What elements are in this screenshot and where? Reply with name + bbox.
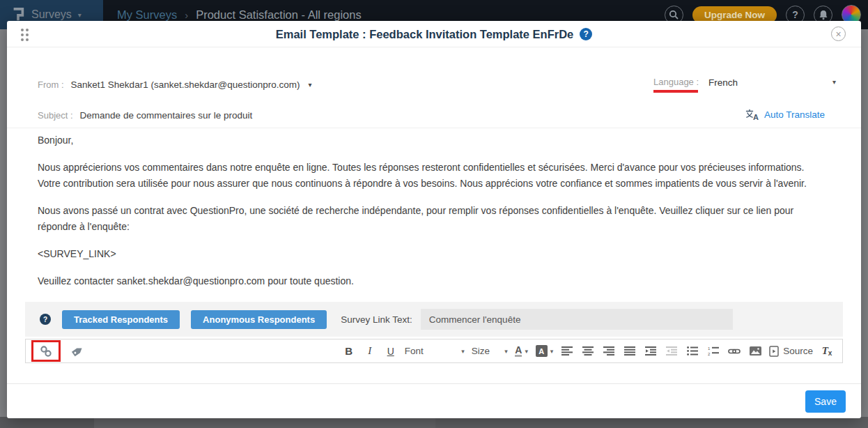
justify-icon	[624, 346, 635, 356]
close-dialog-button[interactable]: ×	[831, 26, 846, 41]
question-mark-icon: ?	[792, 9, 798, 20]
remove-format-t: T	[822, 345, 828, 357]
auto-translate-label: Auto Translate	[764, 109, 825, 120]
dialog-help-icon[interactable]: ?	[580, 28, 592, 40]
formatting-tools: B I U Font ▾ Size ▾ A ▾ A ▾	[342, 342, 834, 360]
link-rings-icon	[38, 344, 54, 358]
align-center-button[interactable]	[581, 342, 595, 360]
from-selector[interactable]: From : Sanket1 Shekdar1 (sanket.shekdar@…	[38, 79, 311, 90]
subject-label: Subject :	[38, 110, 73, 121]
caret-down-icon: ▾	[504, 348, 508, 355]
align-left-icon	[561, 346, 573, 356]
text-color-button[interactable]: A ▾	[515, 342, 529, 360]
remove-format-button[interactable]: Tx	[820, 342, 834, 360]
caret-down-icon: ▾	[550, 348, 554, 355]
drag-handle-icon[interactable]	[21, 29, 29, 41]
image-icon	[750, 346, 761, 356]
source-button-label: Source	[783, 346, 813, 356]
email-body-paragraph: Veuillez contacter sanket.shekdar@questi…	[38, 273, 829, 289]
save-button[interactable]: Save	[805, 390, 846, 413]
language-value: French	[708, 77, 738, 88]
bulleted-list-icon	[687, 346, 698, 356]
anonymous-respondents-button[interactable]: Anonymous Respondents	[191, 310, 327, 329]
size-dropdown-label: Size	[472, 346, 490, 356]
translate-icon: A	[745, 109, 759, 121]
caret-down-icon: ▾	[78, 11, 82, 19]
app-menu-label: Surveys	[31, 8, 72, 21]
font-dropdown-label: Font	[405, 346, 424, 356]
email-template-dialog: Email Template : Feedback Invitation Tem…	[7, 21, 861, 418]
close-icon: ×	[835, 29, 841, 39]
from-value: Sanket1 Shekdar1 (sanket.shekdar@questio…	[71, 79, 300, 90]
respondents-help-icon[interactable]: ?	[40, 314, 51, 325]
email-body-paragraph: Nous avons passé un contrat avec Questio…	[38, 203, 829, 234]
remove-format-x: x	[828, 349, 832, 357]
subject-value: Demande de commentaires sur le produit	[80, 110, 253, 121]
font-dropdown[interactable]: Font ▾	[405, 346, 465, 356]
italic-button[interactable]: I	[363, 342, 377, 360]
numbered-list-icon: 1 2	[708, 346, 719, 356]
survey-link-options-band: ? Tracked Respondents Anonymous Responde…	[25, 302, 843, 337]
numbered-list-button[interactable]: 1 2	[706, 342, 720, 360]
bold-button[interactable]: B	[342, 342, 356, 360]
source-button[interactable]: Source	[769, 342, 813, 360]
from-label: From :	[38, 79, 64, 90]
insert-image-button[interactable]	[748, 342, 762, 360]
email-body-paragraph: <SURVEY_LINK>	[38, 246, 829, 261]
breadcrumb-current-survey: Product Satisfaction - All regions	[196, 8, 362, 22]
email-body-paragraph: Bonjour,	[38, 132, 829, 148]
bulleted-list-button[interactable]	[685, 342, 699, 360]
outdent-icon	[666, 346, 677, 356]
background-color-button[interactable]: A ▾	[536, 342, 554, 360]
source-document-icon	[769, 346, 779, 357]
email-body-paragraph: Nous apprécierions vos commentaires dans…	[38, 160, 829, 191]
chain-link-icon	[728, 347, 741, 356]
questionpro-logo-icon	[11, 7, 25, 22]
insert-survey-link-button[interactable]	[38, 342, 54, 360]
dialog-title: Email Template : Feedback Invitation Tem…	[276, 28, 574, 41]
caret-down-icon: ▾	[308, 81, 311, 89]
divider	[7, 128, 861, 128]
align-right-button[interactable]	[602, 342, 616, 360]
caret-down-icon: ▾	[525, 348, 528, 355]
survey-link-text-label: Survey Link Text:	[341, 314, 412, 325]
subject-row[interactable]: Subject : Demande de commentaires sur le…	[38, 110, 252, 121]
caret-down-icon: ▾	[461, 348, 465, 355]
breadcrumb-my-surveys[interactable]: My Surveys	[117, 8, 177, 22]
highlight-annotation-box	[31, 340, 61, 362]
language-active-underline	[653, 90, 698, 93]
breadcrumb-separator: ›	[185, 9, 188, 21]
background-color-letter: A	[536, 345, 548, 357]
caret-down-icon: ▾	[832, 77, 836, 86]
align-center-icon	[582, 346, 594, 356]
dialog-footer: Save	[7, 383, 861, 418]
align-right-icon	[603, 346, 614, 356]
insert-tag-button[interactable]	[70, 342, 85, 360]
svg-text:2: 2	[708, 352, 711, 356]
language-selector[interactable]: Language : French ▾	[653, 77, 836, 93]
language-label: Language :	[653, 77, 699, 87]
survey-link-text-input[interactable]	[421, 309, 733, 330]
search-icon	[669, 10, 679, 20]
svg-text:1: 1	[708, 346, 711, 351]
indent-icon	[645, 346, 656, 356]
bell-icon	[819, 10, 828, 20]
increase-indent-button[interactable]	[644, 342, 658, 360]
text-color-letter: A	[515, 345, 522, 358]
justify-button[interactable]	[623, 342, 637, 360]
underline-button[interactable]: U	[384, 342, 398, 360]
decrease-indent-button[interactable]	[665, 342, 679, 360]
tracked-respondents-button[interactable]: Tracked Respondents	[62, 310, 180, 329]
editor-toolbar: B I U Font ▾ Size ▾ A ▾ A ▾	[25, 339, 843, 363]
auto-translate-button[interactable]: A Auto Translate	[745, 109, 825, 121]
size-dropdown[interactable]: Size ▾	[472, 346, 508, 356]
align-left-button[interactable]	[560, 342, 574, 360]
svg-text:A: A	[753, 113, 759, 121]
dialog-header: Email Template : Feedback Invitation Tem…	[7, 21, 861, 47]
tag-icon	[70, 344, 85, 358]
email-body-editor[interactable]: Bonjour, Nous apprécierions vos commenta…	[38, 132, 829, 328]
insert-link-button[interactable]	[727, 342, 741, 360]
screen: Surveys ▾ My Surveys › Product Satisfact…	[0, 0, 868, 428]
